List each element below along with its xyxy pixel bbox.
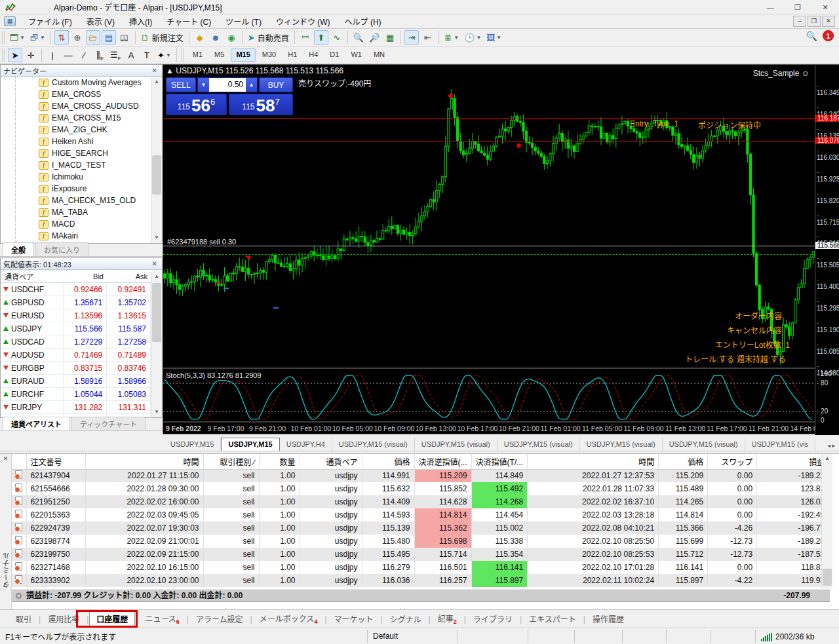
sell-price[interactable]: 115566 [166,94,227,115]
market-watch-row-eurjpy[interactable]: EURJPY131.282131.311 [1,401,151,414]
history-column-7[interactable]: 決済逆指値(... [414,454,471,469]
history-column-9[interactable]: 時間 [528,454,659,469]
chart-tab-3[interactable]: USDJPY,M15 (visual) [332,438,415,451]
history-row-622924739[interactable]: 6229247392022.02.07 19:30:03sell1.00usdj… [12,521,829,535]
navigator-tab-お気に入り[interactable]: お気に入り [35,242,88,256]
timeframe-MN[interactable]: MN [368,48,390,62]
history-column-2[interactable]: 時間 [85,454,203,469]
market-watch-row-usdchf[interactable]: USDCHF0.924660.92491 [1,283,151,296]
volume-up-button[interactable]: ▲ [246,78,257,92]
history-column-11[interactable]: スワップ [708,454,757,469]
chart-tab-4[interactable]: USDJPY,M15 (visual) [415,438,498,451]
trendline-button[interactable]: ∕ [77,48,91,62]
timeframe-M5[interactable]: M5 [209,48,229,62]
history-row-623333902[interactable]: 6233339022022.02.10 23:00:00sell1.00usdj… [12,574,829,587]
chart-window-icon[interactable]: ▦ [4,16,16,26]
terminal-toggle[interactable]: ▤ [102,30,116,45]
history-row-623271468[interactable]: 6232714682022.02.10 16:15:00sell1.00usdj… [12,561,829,574]
buy-button[interactable]: BUY [259,77,293,92]
terminal-tab-0[interactable]: 取引 [9,611,38,627]
chart-tab-2[interactable]: USDJPY,H4 [280,438,332,451]
open-position-line[interactable] [163,254,815,255]
menu-フ[interactable]: ファイル (F) [21,14,79,29]
navigator-item-i-macd-test[interactable]: ƒI_MACD_TEST [1,159,151,171]
chart-tab-7[interactable]: USDJPY,M15 (visual) [663,438,745,451]
history-row-623198774[interactable]: 6231987742022.02.09 21:00:01sell1.00usdj… [12,535,829,548]
chart-area[interactable]: ▲ USDJPY,M15 115.526 115.568 115.513 115… [163,64,839,434]
terminal-tab-4[interactable]: アラーム設定 [189,611,250,627]
navigator-scrollbar[interactable]: ▲ ▼ [151,77,162,243]
scroll-down-icon[interactable]: ▼ [151,233,162,243]
history-column-1[interactable]: 注文番号 [26,454,85,469]
market-watch-tab-通貨ペアリスト[interactable]: 通貨ペアリスト [3,417,70,430]
navigator-item-macd[interactable]: ƒMACD [1,218,151,230]
zoom-in-button[interactable]: 🔍 [351,30,366,45]
crosshair-button[interactable]: ✛ [24,48,38,62]
market-watch-close-icon[interactable]: ✕ [150,260,159,267]
timeframe-D1[interactable]: D1 [324,48,344,62]
chart-tab-0[interactable]: USDJPY,M15 [164,438,221,451]
menu-チ[interactable]: チャート (C) [159,14,218,29]
navigator-item-heiken-ashi[interactable]: ƒHeiken Ashi [1,136,151,147]
cursor-button[interactable]: ➤ [8,48,22,62]
timeframe-W1[interactable]: W1 [345,48,367,62]
navigator-close-icon[interactable]: ✕ [150,67,159,74]
menu-表[interactable]: 表示 (V) [79,14,122,29]
history-row-621951250[interactable]: 6219512502022.02.02 16:00:00sell1.00usdj… [12,495,829,508]
tab-scroll-arrows[interactable]: ◂ ▸ [827,442,839,451]
navigator-item-iexposure[interactable]: ƒiExposure [1,183,151,195]
navigator-item-ema-zig-chk[interactable]: ƒEMA_ZIG_CHK [1,124,151,136]
market-watch-row-eurgbp[interactable]: EURGBP0.837150.83746 [1,362,151,375]
line-chart-button[interactable]: ∿ [330,30,344,45]
market-watch-tab-ティックチャート[interactable]: ティックチャート [71,417,146,430]
minimize-button[interactable]: — [756,0,784,14]
community-button[interactable]: ☻ [208,30,223,45]
indicators-button[interactable]: 🗎▼ [442,30,461,45]
bar-chart-button[interactable]: 𝄩 [298,30,313,45]
menu-ツ[interactable]: ツール (T) [218,14,269,29]
market-watch-row-eurchf[interactable]: EURCHF1.050441.05083 [1,388,151,401]
buy-price[interactable]: 115587 [229,94,293,115]
column-bid[interactable]: Bid [64,273,107,280]
autoscroll-button[interactable]: ⇥ [404,30,419,45]
history-column-4[interactable]: 数量 [259,454,300,469]
chart-tab-1[interactable]: USDJPY,M15 [221,438,279,451]
timeframe-H4[interactable]: H4 [303,48,323,62]
terminal-tab-10[interactable]: エキスパート [522,611,583,627]
terminal-tab-8[interactable]: 記事2 [431,610,463,628]
menu-挿[interactable]: 挿入(I) [122,14,159,29]
timeframe-M30[interactable]: M30 [257,48,281,62]
column-symbol[interactable]: 通貨ペア [1,271,64,282]
terminal-close-icon[interactable]: ✕ [0,455,11,462]
navigator-item-ema-cross-audusd[interactable]: ƒEMA_CROSS_AUDUSD [1,100,151,112]
channel-button[interactable]: ∥E [92,48,107,62]
terminal-tab-7[interactable]: シグナル [383,611,428,627]
zoom-out-button[interactable]: 🔎 [367,30,381,45]
new-chart-button[interactable]: 🗔▼ [8,30,27,45]
history-column-12[interactable]: 損益 [757,454,829,469]
arrows-button[interactable]: ✦▼ [155,48,173,62]
price-axis[interactable]: 116.345116.240116.135116.030115.925115.8… [815,65,839,435]
scroll-up-icon[interactable]: ▲ [151,77,162,87]
navigator-item-ma-check-m15-old[interactable]: ƒMA_CHECK_M15_OLD [1,195,151,206]
autotrade-button[interactable]: ➤自動売買 [246,30,291,45]
navigator-item-hige-search[interactable]: ƒHIGE_SEARCH [1,147,151,159]
mdi-restore-button[interactable]: ❐ [808,16,821,27]
volume-down-button[interactable]: ▼ [198,78,209,92]
text-button[interactable]: A [124,48,138,62]
market-watch-row-usdcad[interactable]: USDCAD1.272291.27258 [1,335,151,349]
chart-shift-button[interactable]: ⇤ [420,30,435,45]
tile-windows-button[interactable]: ▦ [383,30,397,45]
fibonacci-button[interactable]: ☰F [108,48,123,62]
navigator-item-ichimoku[interactable]: ƒIchimoku [1,171,151,183]
navigator-item-ema-cross-m15[interactable]: ƒEMA_CROSS_M15 [1,112,151,124]
hline-button[interactable]: — [61,48,75,62]
menu-ウ[interactable]: ウィンドウ (W) [269,14,338,29]
chart-tab-5[interactable]: USDJPY,M15 (visual) [498,438,580,451]
resistance-line-2[interactable] [163,141,815,142]
market-watch-toggle[interactable]: ⇅ [54,30,69,45]
scroll-up-icon[interactable]: ▲ [822,455,832,461]
navigator-tab-全般[interactable]: 全般 [3,242,34,256]
profiles-button[interactable]: 🗗▼ [28,30,47,45]
history-column-8[interactable]: 決済指値(T/... [471,454,528,469]
